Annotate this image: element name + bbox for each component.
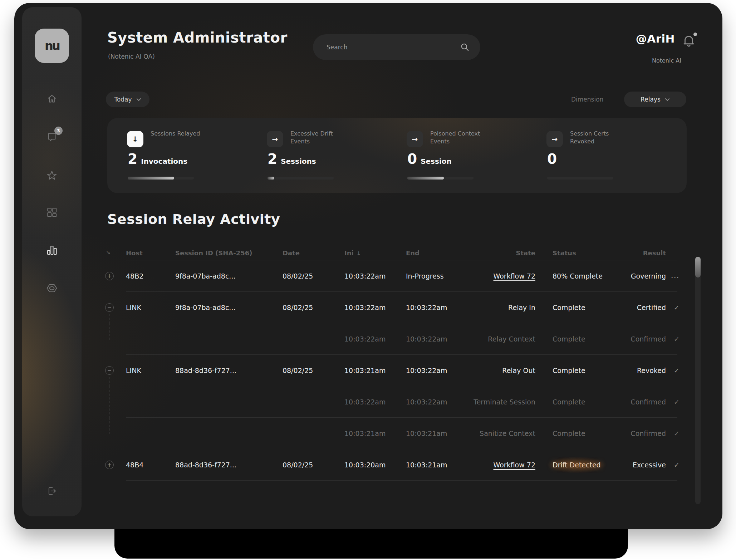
table-subrow[interactable]: 10:03:22am 10:03:22am Terminate Session … bbox=[104, 386, 679, 418]
stat-unit: Invocations bbox=[141, 157, 187, 166]
stat-progress-fill bbox=[268, 177, 274, 180]
session-id-cell: 88ad-8d36-f727... bbox=[175, 461, 283, 469]
dimension-dropdown[interactable]: Relays bbox=[624, 92, 686, 107]
app-window: nu 3 bbox=[14, 3, 722, 529]
stat-label: Excessive Drift Events bbox=[290, 130, 350, 146]
col-ini[interactable]: Ini↓ bbox=[344, 249, 406, 257]
col-date[interactable]: Date bbox=[283, 249, 344, 257]
workflow-link[interactable]: Workflow 72 bbox=[494, 461, 535, 469]
arrow-right-icon: → bbox=[407, 131, 423, 147]
host-cell: 48B4 bbox=[126, 461, 175, 469]
workflow-link[interactable]: Workflow 72 bbox=[494, 272, 535, 280]
table-scrollbar[interactable] bbox=[695, 257, 701, 504]
brand-logo-icon: nu bbox=[41, 35, 63, 57]
stats-panel: ↓ Sessions Relayed 2Invocations → Excess… bbox=[107, 118, 687, 193]
check-icon: ✓ bbox=[674, 304, 679, 311]
result-cell: Revoked bbox=[607, 367, 666, 374]
notifications-bell[interactable] bbox=[681, 33, 696, 50]
table-row[interactable]: − LINK 88ad-8d36-f727... 08/02/25 10:03:… bbox=[104, 355, 679, 386]
brand-logo[interactable]: nu bbox=[35, 29, 69, 63]
sidebar-item-logout[interactable] bbox=[44, 483, 60, 499]
status-cell: Complete bbox=[535, 367, 607, 374]
search-box bbox=[313, 34, 480, 60]
col-result[interactable]: Result bbox=[607, 249, 666, 257]
end-cell: In-Progress bbox=[406, 272, 465, 280]
col-status[interactable]: Status bbox=[535, 249, 607, 257]
period-dropdown[interactable]: Today bbox=[106, 92, 149, 107]
status-cell: Complete bbox=[535, 429, 607, 437]
check-icon: ✓ bbox=[674, 335, 679, 343]
stat-value: 2 bbox=[268, 151, 277, 167]
result-cell: Governing bbox=[607, 272, 666, 280]
host-cell: 48B2 bbox=[126, 272, 175, 280]
expand-plus-icon[interactable]: + bbox=[105, 461, 114, 469]
main-content: System Administrator (Notenic AI QA) @Ar… bbox=[107, 3, 688, 529]
result-cell: Confirmed bbox=[607, 429, 666, 437]
sort-icon[interactable]: ↘ bbox=[106, 250, 111, 256]
bar-chart-icon bbox=[46, 245, 57, 256]
sidebar-item-messages[interactable]: 3 bbox=[44, 129, 60, 145]
col-state[interactable]: State bbox=[465, 249, 535, 257]
stat-card-poisoned-context[interactable]: → Poisoned Context Events 0Session bbox=[407, 118, 546, 193]
end-cell: 10:03:22am bbox=[406, 398, 465, 406]
ini-cell: 10:03:22am bbox=[344, 398, 406, 406]
svg-text:nu: nu bbox=[45, 39, 60, 53]
result-cell: Confirmed bbox=[607, 398, 666, 406]
stat-card-certs-revoked[interactable]: → Session Certs Revoked 0 bbox=[546, 118, 686, 193]
stat-unit: Session bbox=[421, 157, 452, 166]
expand-plus-icon[interactable]: + bbox=[105, 272, 114, 280]
stat-card-sessions-relayed[interactable]: ↓ Sessions Relayed 2Invocations bbox=[127, 118, 267, 193]
table-header: ↘ Host Session ID (SHA-256) Date Ini↓ En… bbox=[104, 245, 679, 260]
table-row[interactable]: + 48B2 9f8a-07ba-ad8c... 08/02/25 10:03:… bbox=[104, 260, 679, 292]
ini-cell: 10:03:22am bbox=[344, 335, 406, 343]
table-subrow[interactable]: 10:03:22am 10:03:22am Relay Context Comp… bbox=[104, 323, 679, 355]
end-cell: 10:03:21am bbox=[406, 461, 465, 469]
session-id-cell: 9f8a-07ba-ad8c... bbox=[175, 272, 283, 280]
table-subrow[interactable]: 10:03:21am 10:03:21am Sanitize Context C… bbox=[104, 418, 679, 449]
check-icon: ✓ bbox=[674, 367, 679, 374]
logout-icon bbox=[46, 486, 57, 496]
chat-badge: 3 bbox=[54, 127, 63, 135]
col-session-id[interactable]: Session ID (SHA-256) bbox=[175, 249, 283, 257]
sidebar-item-dashboard[interactable] bbox=[44, 205, 60, 220]
collapse-minus-icon[interactable]: − bbox=[105, 303, 114, 312]
ini-cell: 10:03:21am bbox=[344, 367, 406, 374]
status-cell: Complete bbox=[535, 304, 607, 311]
table-row[interactable]: − LINK 9f8a-07ba-ad8c... 08/02/25 10:03:… bbox=[104, 292, 679, 323]
star-icon bbox=[46, 170, 58, 181]
search-icon[interactable] bbox=[460, 43, 470, 52]
collapse-minus-icon[interactable]: − bbox=[105, 366, 114, 375]
stat-progress-track bbox=[547, 177, 613, 180]
stat-card-excessive-drift[interactable]: → Excessive Drift Events 2Sessions bbox=[267, 118, 407, 193]
status-alert-badge: Drift Detected bbox=[553, 461, 601, 469]
end-cell: 10:03:21am bbox=[406, 429, 465, 437]
col-end[interactable]: End bbox=[406, 249, 465, 257]
section-title: Session Relay Activity bbox=[107, 211, 280, 227]
user-handle: @AriH bbox=[636, 32, 675, 45]
sidebar-item-home[interactable] bbox=[44, 91, 60, 107]
stat-label: Poisoned Context Events bbox=[430, 130, 490, 146]
scrollbar-thumb[interactable] bbox=[695, 257, 701, 277]
ini-cell: 10:03:22am bbox=[344, 304, 406, 311]
stat-value: 0 bbox=[407, 151, 417, 167]
session-id-cell: 88ad-8d36-f727... bbox=[175, 367, 283, 374]
activity-table: ↘ Host Session ID (SHA-256) Date Ini↓ En… bbox=[104, 245, 679, 481]
stat-progress-track bbox=[407, 177, 474, 180]
stat-label: Sessions Relayed bbox=[151, 130, 200, 138]
date-cell: 08/02/25 bbox=[283, 367, 344, 374]
sidebar-item-favorites[interactable] bbox=[44, 168, 60, 183]
check-icon: ✓ bbox=[674, 429, 679, 437]
hexagon-nut-icon bbox=[46, 283, 58, 294]
row-menu-icon[interactable]: ••• bbox=[671, 275, 679, 279]
page: nu 3 bbox=[0, 0, 736, 560]
result-cell: Excessive bbox=[607, 461, 666, 469]
search-input[interactable] bbox=[313, 43, 460, 51]
sidebar-item-analytics[interactable] bbox=[44, 242, 60, 258]
table-row[interactable]: + 48B4 88ad-8d36-f727... 08/02/25 10:03:… bbox=[104, 449, 679, 481]
check-icon: ✓ bbox=[674, 461, 679, 469]
state-cell: Relay Out bbox=[465, 367, 535, 374]
sidebar-item-settings[interactable] bbox=[44, 280, 60, 296]
stat-label: Session Certs Revoked bbox=[570, 130, 630, 146]
arrow-right-icon: → bbox=[267, 131, 283, 147]
col-host[interactable]: Host bbox=[126, 249, 175, 257]
